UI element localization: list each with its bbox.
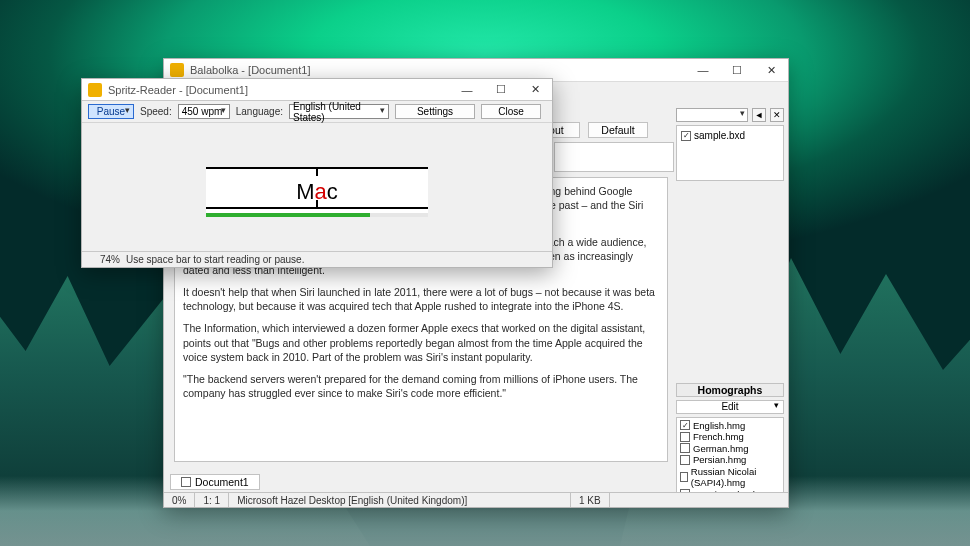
document-tab-strip: Document1	[170, 473, 260, 491]
close-button[interactable]: ✕	[518, 79, 552, 101]
homographs-edit-label: Edit	[721, 401, 738, 412]
checkbox-icon[interactable]: ✓	[680, 420, 690, 430]
checkbox-icon[interactable]: ✓	[681, 131, 691, 141]
preview-box[interactable]	[554, 142, 674, 172]
checkbox-icon[interactable]	[680, 443, 690, 453]
spritz-titlebar[interactable]: Spritz-Reader - [Document1] — ☐ ✕	[82, 79, 552, 101]
homographs-list[interactable]: ✓English.hmgFrench.hmgGerman.hmgPersian.…	[676, 417, 784, 504]
spritz-app-icon	[88, 83, 102, 97]
spritz-title-text: Spritz-Reader - [Document1]	[108, 84, 450, 96]
dictionary-dropdown[interactable]	[676, 108, 748, 122]
dictionary-item-label: sample.bxd	[694, 129, 745, 142]
speed-dropdown[interactable]: 450 wpm	[178, 104, 230, 119]
spritz-status-bar: 74% Use space bar to start reading or pa…	[82, 251, 552, 267]
checkbox-icon[interactable]	[680, 432, 690, 442]
homograph-item[interactable]: French.hmg	[680, 431, 780, 443]
reader-stage: Mac	[206, 167, 428, 217]
stage-bottom-tick	[316, 200, 318, 207]
homographs-edit-dropdown[interactable]: Edit	[676, 400, 784, 414]
progress-track[interactable]	[206, 213, 428, 217]
homograph-item-label: German.hmg	[693, 443, 748, 455]
spritz-window: Spritz-Reader - [Document1] — ☐ ✕ Pause …	[81, 78, 553, 268]
spritz-status-percent: 74%	[82, 254, 126, 265]
dictionary-list[interactable]: ✓ sample.bxd	[676, 125, 784, 181]
default-button[interactable]: Default	[588, 122, 648, 138]
homograph-item[interactable]: German.hmg	[680, 443, 780, 455]
language-dropdown[interactable]: English (United States)	[289, 104, 389, 119]
close-panel-button[interactable]: ✕	[770, 108, 784, 122]
homograph-item-label: Persian.hmg	[693, 454, 746, 466]
language-label: Language:	[236, 106, 283, 117]
checkbox-icon[interactable]	[680, 472, 688, 482]
status-percent: 0%	[164, 493, 195, 507]
close-button[interactable]: ✕	[754, 59, 788, 81]
dictionary-item[interactable]: ✓ sample.bxd	[681, 129, 779, 142]
spritz-status-hint: Use space bar to start reading or pause.	[126, 254, 304, 265]
maximize-button[interactable]: ☐	[720, 59, 754, 81]
maximize-button[interactable]: ☐	[484, 79, 518, 101]
balabolka-title: Balabolka - [Document1]	[190, 64, 686, 76]
speed-value: 450 wpm	[182, 106, 223, 117]
stage-bottom-bar	[206, 207, 428, 209]
settings-label: Settings	[417, 106, 453, 117]
close-label: Close	[498, 106, 524, 117]
checkbox-icon[interactable]	[181, 477, 191, 487]
balabolka-status-bar: 0% 1: 1 Microsoft Hazel Desktop [English…	[164, 492, 788, 507]
stage-top-tick	[316, 169, 318, 176]
homograph-item[interactable]: Russian Nicolai (SAPI4).hmg	[680, 466, 780, 489]
left-arrow-button[interactable]: ◄	[752, 108, 766, 122]
settings-button[interactable]: Settings	[395, 104, 475, 119]
right-panel-toolbar: ◄ ✕	[676, 108, 784, 122]
minimize-button[interactable]: —	[450, 79, 484, 101]
right-panel: ◄ ✕ ✓ sample.bxd Homographs Edit ✓Englis…	[676, 108, 784, 503]
status-size: 1 KB	[571, 493, 610, 507]
close-reader-button[interactable]: Close	[481, 104, 541, 119]
document-tab-label: Document1	[195, 476, 249, 488]
spritz-toolbar: Pause Speed: 450 wpm Language: English (…	[82, 101, 552, 123]
doc-paragraph: It doesn't help that when Siri launched …	[183, 285, 659, 313]
doc-paragraph: The Information, which interviewed a doz…	[183, 321, 659, 364]
pause-play-dropdown[interactable]: Pause	[88, 104, 134, 119]
doc-paragraph: "The backend servers weren't prepared fo…	[183, 372, 659, 400]
document-tab[interactable]: Document1	[170, 474, 260, 490]
homograph-item-label: Russian Nicolai (SAPI4).hmg	[691, 466, 780, 489]
homographs-heading: Homographs	[676, 383, 784, 397]
homograph-item-label: English.hmg	[693, 420, 745, 432]
status-line-col: 1: 1	[195, 493, 229, 507]
minimize-button[interactable]: —	[686, 59, 720, 81]
speed-label: Speed:	[140, 106, 172, 117]
word-post: c	[327, 179, 338, 204]
progress-fill	[206, 213, 370, 217]
checkbox-icon[interactable]	[680, 455, 690, 465]
language-value: English (United States)	[293, 101, 385, 123]
status-voice: Microsoft Hazel Desktop [English (United…	[229, 493, 571, 507]
homograph-item[interactable]: Persian.hmg	[680, 454, 780, 466]
balabolka-app-icon	[170, 63, 184, 77]
homograph-item-label: French.hmg	[693, 431, 744, 443]
pause-label: Pause	[97, 106, 125, 117]
word-pre: M	[296, 179, 314, 204]
homograph-item[interactable]: ✓English.hmg	[680, 420, 780, 432]
